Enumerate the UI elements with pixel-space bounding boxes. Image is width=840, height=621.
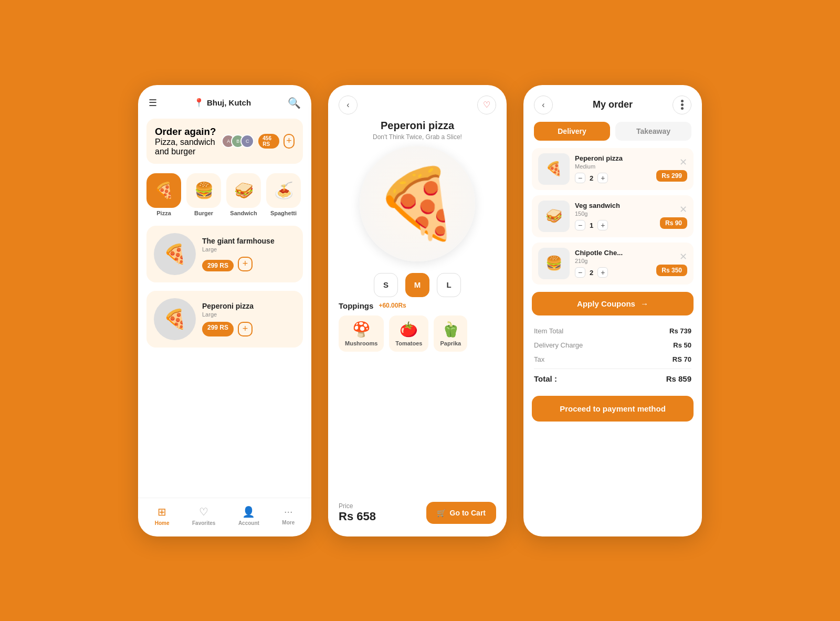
nav-more[interactable]: ··· More: [282, 506, 295, 526]
order-item-3-name: Chipotle Che...: [575, 249, 651, 257]
category-burger[interactable]: 🍔 Burger: [186, 173, 221, 216]
order-item-1-decrease[interactable]: −: [575, 173, 585, 183]
food-size-2: Large: [202, 311, 296, 318]
avatar-group: A B C: [222, 134, 254, 148]
category-sandwich[interactable]: 🥪 Sandwich: [226, 173, 261, 216]
category-spaghetti[interactable]: 🍝 Spaghetti: [266, 173, 301, 216]
add-food-1-button[interactable]: +: [238, 257, 253, 271]
favorite-button[interactable]: ♡: [477, 96, 496, 114]
nav-account[interactable]: 👤 Account: [238, 506, 259, 526]
toppings-title: Toppings: [339, 301, 373, 310]
order-item-3-remove[interactable]: ✕: [679, 251, 687, 262]
back-button[interactable]: ‹: [339, 96, 358, 114]
food-image-2: 🍕: [154, 298, 196, 340]
food-name-2: Peperoni pizza: [202, 302, 296, 310]
proceed-to-payment-button[interactable]: Proceed to payment method: [532, 396, 694, 422]
reorder-right: A B C 456 RS +: [222, 134, 295, 149]
food-info-2: Peperoni pizza Large 299 RS +: [202, 302, 296, 336]
size-l-button[interactable]: L: [437, 273, 461, 297]
order-item-1: 🍕 Peperoni pizza Medium − 2 + ✕ Rs 299: [532, 148, 694, 190]
delivery-row: Delivery Charge Rs 50: [534, 338, 691, 352]
food-price-1: 299 RS: [202, 260, 234, 271]
order-item-1-size: Medium: [575, 163, 651, 170]
cart-icon: 🛒: [437, 509, 446, 517]
topping-mushrooms[interactable]: 🍄 Mushrooms: [339, 315, 384, 352]
tomatoes-label: Tomatoes: [395, 340, 422, 346]
order-title: My order: [593, 99, 633, 110]
order-item-1-image: 🍕: [538, 153, 570, 185]
nav-home-label: Home: [155, 520, 170, 526]
order-back-button[interactable]: ‹: [534, 96, 553, 114]
spaghetti-label: Spaghetti: [270, 210, 297, 216]
total-label: Total :: [534, 374, 557, 383]
order-item-2-size: 150g: [575, 210, 655, 217]
order-item-2-qty: 1: [590, 222, 593, 229]
topping-paprika[interactable]: 🫑 Paprika: [434, 315, 467, 352]
order-tabs: Delivery Takeaway: [523, 122, 702, 148]
size-m-button[interactable]: M: [405, 273, 429, 297]
order-item-3-info: Chipotle Che... 210g − 2 +: [575, 249, 651, 278]
order-item-1-remove[interactable]: ✕: [679, 156, 687, 168]
go-to-cart-button[interactable]: 🛒 Go to Cart: [426, 502, 496, 524]
screen3-header: ‹ My order: [523, 85, 702, 122]
item-total-value: Rs 739: [669, 327, 691, 335]
nav-account-label: Account: [238, 520, 259, 526]
topping-tomatoes[interactable]: 🍅 Tomatoes: [389, 315, 428, 352]
order-item-2-increase[interactable]: +: [597, 220, 608, 230]
screen2-header: ‹ ♡: [328, 85, 507, 120]
sandwich-label: Sandwich: [230, 210, 257, 216]
item-total-label: Item Total: [534, 327, 563, 335]
food-price-2: 299 RS: [202, 322, 234, 336]
order-more-button[interactable]: [673, 96, 691, 114]
food-card-2[interactable]: 🍕 Peperoni pizza Large 299 RS +: [146, 291, 303, 348]
pin-icon: 📍: [194, 98, 204, 108]
order-items-list: 🍕 Peperoni pizza Medium − 2 + ✕ Rs 299 🥪: [523, 148, 702, 285]
toppings-list: 🍄 Mushrooms 🍅 Tomatoes 🫑 Paprika: [339, 315, 496, 352]
order-item-3-controls: − 2 +: [575, 267, 651, 278]
home-icon: ⊞: [158, 506, 166, 518]
search-icon[interactable]: 🔍: [288, 97, 301, 109]
toppings-header: Toppings +60.00Rs: [339, 301, 496, 310]
tab-takeaway[interactable]: Takeaway: [615, 122, 691, 141]
menu-icon[interactable]: ☰: [149, 97, 157, 109]
order-item-3-image: 🍔: [538, 248, 570, 279]
account-icon: 👤: [242, 506, 255, 518]
category-pizza[interactable]: 🍕 Pizza: [146, 173, 181, 216]
reorder-title: Order again?: [155, 126, 222, 138]
order-item-2-image: 🥪: [538, 201, 570, 232]
food-size-1: Large: [202, 246, 296, 252]
apply-coupons-button[interactable]: Apply Coupons →: [532, 292, 694, 315]
order-item-1-increase[interactable]: +: [597, 173, 608, 183]
size-s-button[interactable]: S: [374, 273, 398, 297]
order-item-2-remove[interactable]: ✕: [679, 204, 687, 215]
tomatoes-icon: 🍅: [400, 321, 418, 338]
order-item-1-name: Peperoni pizza: [575, 154, 651, 162]
add-food-2-button[interactable]: +: [238, 322, 253, 336]
order-item-3-price: Rs 350: [656, 265, 687, 276]
screen-1-home: ☰ 📍 Bhuj, Kutch 🔍 Order again? Pizza, sa…: [138, 85, 311, 536]
order-item-3-decrease[interactable]: −: [575, 267, 585, 278]
tab-delivery[interactable]: Delivery: [534, 122, 610, 141]
reorder-subtitle: Pizza, sandwich and burger: [155, 138, 222, 156]
order-item-1-info: Peperoni pizza Medium − 2 +: [575, 154, 651, 183]
reorder-add-button[interactable]: +: [284, 134, 295, 149]
arrow-icon: →: [640, 299, 648, 308]
pizza-label: Pizza: [156, 210, 171, 216]
order-item-1-price: Rs 299: [656, 170, 687, 182]
burger-icon-bg: 🍔: [186, 173, 221, 208]
food-card-1[interactable]: 🍕 The giant farmhouse Large 299 RS +: [146, 226, 303, 282]
burger-label: Burger: [194, 210, 213, 216]
reorder-card[interactable]: Order again? Pizza, sandwich and burger …: [146, 119, 303, 164]
order-item-2-decrease[interactable]: −: [575, 220, 585, 230]
food-name-1: The giant farmhouse: [202, 237, 296, 245]
nav-more-label: More: [282, 520, 295, 525]
order-item-2: 🥪 Veg sandwich 150g − 1 + ✕ Rs 90: [532, 195, 694, 237]
paprika-icon: 🫑: [442, 321, 460, 338]
tax-label: Tax: [534, 355, 544, 363]
paprika-label: Paprika: [440, 340, 461, 346]
order-item-3-increase[interactable]: +: [597, 267, 608, 278]
cart-btn-label: Go to Cart: [450, 509, 486, 517]
nav-home[interactable]: ⊞ Home: [155, 506, 170, 526]
tax-value: RS 70: [673, 355, 691, 363]
nav-favorites[interactable]: ♡ Favorites: [192, 506, 215, 526]
